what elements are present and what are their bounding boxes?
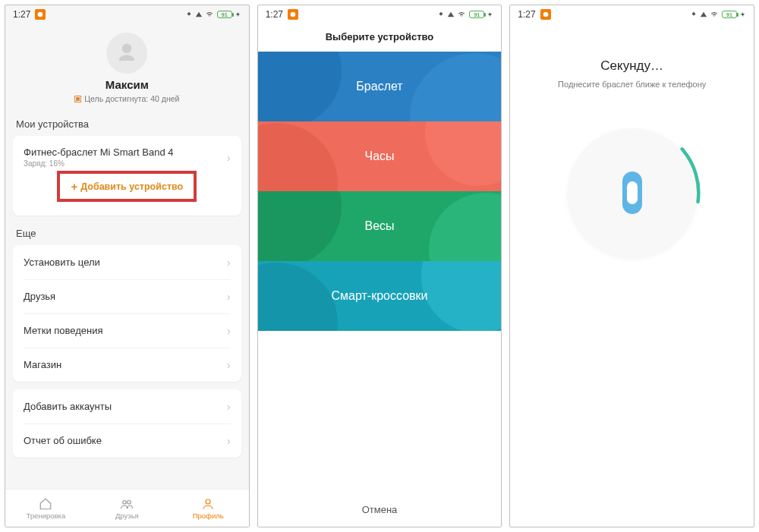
searching-title: Секунду… — [600, 58, 663, 74]
alarm-icon — [288, 9, 298, 20]
alarm-icon — [540, 9, 551, 20]
row-goals[interactable]: Установить цели › — [13, 245, 241, 279]
section-devices-title: Мои устройства — [5, 114, 249, 136]
cancel-button[interactable]: Отмена — [258, 492, 502, 527]
statusbar-time: 1:27 — [518, 9, 535, 20]
goal-badge-icon — [74, 96, 81, 102]
battery-icon: 91 — [722, 11, 737, 18]
device-tiles: Браслет Часы Весы Смарт-кроссовки — [258, 52, 502, 331]
tabbar: Тренировка Друзья Профиль — [5, 489, 249, 527]
charge-icon — [487, 11, 493, 18]
spinner — [568, 128, 697, 257]
battery-icon: 91 — [469, 11, 484, 18]
add-device-button[interactable]: + Добавить устройство — [57, 171, 197, 202]
svg-point-0 — [123, 500, 127, 504]
charge-icon — [235, 11, 241, 18]
chevron-right-icon: › — [227, 151, 231, 164]
device-battery: Заряд: 16% — [24, 159, 174, 168]
tile-watch[interactable]: Часы — [258, 121, 502, 191]
searching-subtitle: Поднесите браслет ближе к телефону — [558, 80, 706, 89]
row-store[interactable]: Магазин › — [13, 348, 241, 382]
screen-choose-device: 1:27 91 Выберите устройство Браслет Часы… — [257, 5, 502, 527]
status-icons — [185, 11, 214, 18]
avatar[interactable] — [106, 33, 147, 74]
row-bug-report[interactable]: Отчет об ошибке › — [13, 423, 241, 458]
chevron-right-icon: › — [227, 358, 231, 371]
statusbar: 1:27 91 — [258, 5, 502, 24]
device-name: Фитнес-браслет Mi Smart Band 4 — [24, 146, 174, 158]
page-title: Выберите устройство — [258, 24, 502, 52]
status-icons — [437, 11, 466, 18]
tab-workout[interactable]: Тренировка — [5, 490, 87, 527]
chevron-right-icon: › — [227, 324, 231, 337]
alarm-icon — [35, 9, 46, 20]
row-friends[interactable]: Друзья › — [13, 279, 241, 313]
charge-icon — [740, 11, 746, 18]
band-icon — [622, 172, 642, 214]
row-add-accounts[interactable]: Добавить аккаунты › — [13, 389, 241, 423]
statusbar: 1:27 91 — [5, 5, 249, 24]
more-card-1: Установить цели › Друзья › Метки поведен… — [13, 245, 241, 382]
tile-scale[interactable]: Весы — [258, 191, 502, 261]
goal-line: Цель достигнута: 40 дней — [74, 94, 179, 103]
tab-profile[interactable]: Профиль — [168, 490, 249, 527]
device-row[interactable]: Фитнес-браслет Mi Smart Band 4 Заряд: 16… — [13, 136, 241, 216]
tab-friends[interactable]: Друзья — [87, 490, 168, 527]
section-more-title: Еще — [5, 223, 249, 245]
screen-searching: 1:27 91 Секунду… Поднесите браслет ближе… — [509, 5, 754, 527]
row-behavior[interactable]: Метки поведения › — [13, 313, 241, 348]
device-card: Фитнес-браслет Mi Smart Band 4 Заряд: 16… — [13, 136, 241, 216]
svg-point-1 — [128, 500, 131, 504]
chevron-right-icon: › — [227, 434, 231, 447]
plus-icon: + — [71, 180, 77, 193]
more-card-2: Добавить аккаунты › Отчет об ошибке › — [13, 389, 241, 458]
chevron-right-icon: › — [227, 256, 231, 269]
tile-bracelet[interactable]: Браслет — [258, 52, 502, 121]
tile-sneakers[interactable]: Смарт-кроссовки — [258, 261, 502, 331]
statusbar: 1:27 91 — [510, 5, 754, 24]
chevron-right-icon: › — [227, 400, 231, 413]
battery-icon: 91 — [217, 11, 232, 18]
statusbar-time: 1:27 — [13, 9, 30, 20]
screen-profile: 1:27 91 Максим Цель достигнута: 40 дней — [5, 5, 250, 527]
profile-header[interactable]: Максим Цель достигнута: 40 дней — [5, 24, 249, 114]
svg-point-2 — [206, 499, 210, 504]
statusbar-time: 1:27 — [266, 9, 283, 20]
status-icons — [690, 11, 719, 18]
chevron-right-icon: › — [227, 290, 231, 303]
username: Максим — [106, 78, 149, 91]
